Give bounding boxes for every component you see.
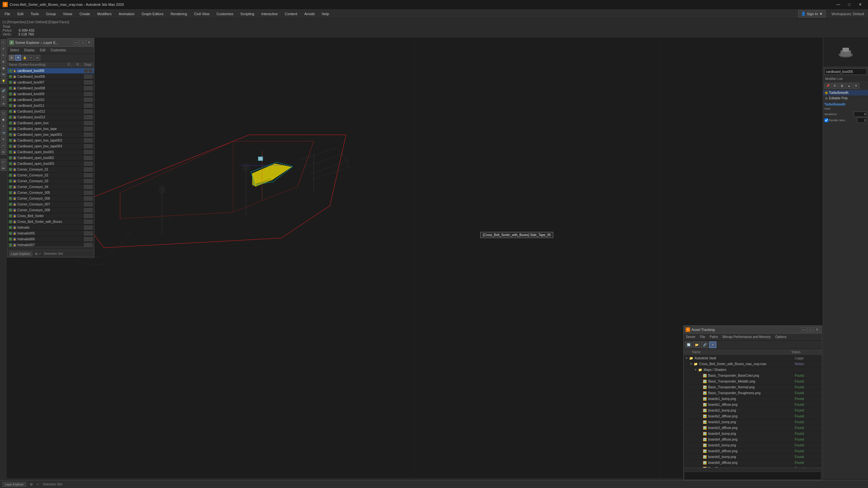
at-list-item[interactable]: 🖼️Basic_Transponder_Metallic.pngFound xyxy=(684,379,822,385)
se-list-item[interactable]: 👁🔒Corner_Conveyor_008 xyxy=(7,207,94,213)
se-list-item[interactable]: 👁🔒hobnails006 xyxy=(7,236,94,242)
at-list-item[interactable]: 🖼️boards4_bump.pngFound xyxy=(684,431,822,437)
menu-modifiers[interactable]: Modifiers xyxy=(94,11,115,17)
se-item-btn1[interactable] xyxy=(84,231,88,235)
se-eye-icon[interactable]: 👁 xyxy=(9,173,12,177)
tool-cameras2[interactable]: 📹 xyxy=(1,130,6,135)
se-footer-grid-icon[interactable]: ⊞ xyxy=(35,252,37,255)
scene-explorer-minimize[interactable]: — xyxy=(73,40,79,45)
se-item-btn1[interactable] xyxy=(84,179,88,183)
se-toolbar-list-btn[interactable]: ≡ xyxy=(35,55,40,61)
se-item-btn1[interactable] xyxy=(84,225,88,230)
mod-btn-up[interactable]: ▲ xyxy=(846,83,852,89)
se-item-btn1[interactable] xyxy=(84,127,88,131)
status-grid-icon[interactable]: ⊞ xyxy=(30,483,33,486)
menu-create[interactable]: Create xyxy=(76,11,93,17)
se-item-btn2[interactable] xyxy=(88,237,93,241)
se-lock-icon[interactable]: 🔒 xyxy=(13,116,17,119)
se-toolbar-lock-btn[interactable]: 🔒 xyxy=(22,55,27,61)
se-item-btn1[interactable] xyxy=(84,208,88,212)
menu-group[interactable]: Group xyxy=(42,11,59,17)
se-eye-icon[interactable]: 👁 xyxy=(9,98,12,102)
se-item-btn2[interactable] xyxy=(88,150,93,154)
menu-content[interactable]: Content xyxy=(281,11,301,17)
se-list-item[interactable]: 👁🔒Corner_Conveyor_03 xyxy=(7,178,94,184)
se-item-btn2[interactable] xyxy=(88,127,93,131)
se-lock-icon[interactable]: 🔒 xyxy=(13,156,17,160)
se-toolbar-add-btn[interactable]: + xyxy=(28,55,34,61)
mod-btn-pin[interactable]: 📌 xyxy=(825,83,831,89)
se-item-btn1[interactable] xyxy=(84,92,88,96)
se-list-item[interactable]: 👁🔒cardboard_box009 xyxy=(7,91,94,97)
se-eye-icon[interactable]: 👁 xyxy=(9,69,12,72)
se-lock-icon[interactable]: 🔒 xyxy=(13,191,17,194)
se-item-btn2[interactable] xyxy=(88,92,93,96)
se-eye-icon[interactable]: 👁 xyxy=(9,150,12,154)
se-item-btn1[interactable] xyxy=(84,121,88,125)
se-item-btn2[interactable] xyxy=(88,179,93,183)
se-eye-icon[interactable]: 👁 xyxy=(9,104,12,107)
maximize-button[interactable]: □ xyxy=(844,1,855,8)
se-menu-customize[interactable]: Customize xyxy=(48,48,68,53)
se-item-btn2[interactable] xyxy=(88,80,93,85)
se-lock-icon[interactable]: 🔒 xyxy=(13,110,17,113)
se-lock-icon[interactable]: 🔒 xyxy=(13,185,17,189)
se-list-item[interactable]: 👁🔒Cross_Belt_Sorter_with_Boxes xyxy=(7,219,94,225)
se-item-btn1[interactable] xyxy=(84,144,88,149)
se-list-item[interactable]: 👁🔒Cardboard_box008 xyxy=(7,86,94,91)
se-list-item[interactable]: 👁🔒Cardboard_open_box003 xyxy=(7,161,94,167)
se-eye-icon[interactable]: 👁 xyxy=(9,87,12,90)
se-list-item[interactable]: 👁🔒hobnails005 xyxy=(7,231,94,236)
render-iters-input[interactable] xyxy=(857,118,867,123)
menu-file[interactable]: File xyxy=(1,11,13,17)
se-item-btn1[interactable] xyxy=(84,162,88,166)
se-item-btn2[interactable] xyxy=(88,121,93,125)
at-list-item[interactable]: 🖼️boards5_bump.pngFound xyxy=(684,443,822,448)
se-item-btn1[interactable] xyxy=(84,191,88,195)
se-lock-icon[interactable]: 🔒 xyxy=(13,150,17,154)
at-list-item[interactable]: 🖼️boards5_diffuse.pngFound xyxy=(684,448,822,454)
at-list-item[interactable]: 🖼️Basic_Transponder_Normal.pngFound xyxy=(684,385,822,390)
se-item-btn2[interactable] xyxy=(88,173,93,177)
menu-edit[interactable]: Edit xyxy=(14,11,27,17)
se-item-btn1[interactable] xyxy=(84,196,88,201)
se-item-btn1[interactable] xyxy=(84,69,88,73)
se-item-btn2[interactable] xyxy=(88,225,93,230)
se-item-btn1[interactable] xyxy=(84,80,88,85)
se-list-item[interactable]: 👁🔒Cardboard_open_box_tape xyxy=(7,126,94,132)
se-item-btn1[interactable] xyxy=(84,103,88,108)
render-iters-checkbox[interactable] xyxy=(825,118,828,122)
se-list-item[interactable]: 👁🔒cardboard_box005 xyxy=(7,68,94,74)
mod-btn-delete[interactable]: 🗑 xyxy=(839,83,845,89)
se-menu-select[interactable]: Select xyxy=(7,48,22,53)
se-eye-icon[interactable]: 👁 xyxy=(9,110,12,113)
se-item-btn1[interactable] xyxy=(84,243,88,247)
se-list-item[interactable]: 👁🔒Corner_Conveyor_02 xyxy=(7,172,94,178)
se-eye-icon[interactable]: 👁 xyxy=(9,121,12,125)
tool-light[interactable]: 💡 xyxy=(1,78,6,84)
se-item-btn1[interactable] xyxy=(84,220,88,224)
modifier-item-editable-poly[interactable]: Editable Poly xyxy=(823,95,868,101)
se-lock-icon[interactable]: 🔒 xyxy=(13,121,17,125)
at-btn-refresh[interactable]: 🔄 xyxy=(685,341,692,348)
at-list-item[interactable]: 🖼️boards3_diffuse.pngFound xyxy=(684,425,822,431)
at-list-item[interactable]: 🖼️Basic_Transponder_Roughness.pngFound xyxy=(684,390,822,396)
menu-rendering[interactable]: Rendering xyxy=(167,11,190,17)
tool-shape[interactable]: ⬢ xyxy=(1,117,6,123)
se-lock-icon[interactable]: 🔒 xyxy=(13,92,17,96)
menu-animation[interactable]: Animation xyxy=(116,11,138,17)
se-item-btn2[interactable] xyxy=(88,98,93,102)
se-list-item[interactable]: 👁🔒cardboard_box007 xyxy=(7,80,94,86)
at-close[interactable]: ✕ xyxy=(814,327,820,332)
se-eye-icon[interactable]: 👁 xyxy=(9,139,12,142)
se-list-item[interactable]: 👁🔒Cardboard_open_box_tape001 xyxy=(7,132,94,138)
at-btn-folder[interactable]: 📂 xyxy=(693,341,700,348)
se-toolbar-eye-btn[interactable]: 👁 xyxy=(15,55,21,61)
se-item-btn1[interactable] xyxy=(84,109,88,113)
at-expand-arrow[interactable]: ▼ xyxy=(694,368,697,371)
menu-graph-editors[interactable]: Graph Editors xyxy=(138,11,167,17)
se-item-btn2[interactable] xyxy=(88,208,93,212)
se-item-btn1[interactable] xyxy=(84,237,88,241)
se-eye-icon[interactable]: 👁 xyxy=(9,243,12,247)
se-item-btn2[interactable] xyxy=(88,162,93,166)
